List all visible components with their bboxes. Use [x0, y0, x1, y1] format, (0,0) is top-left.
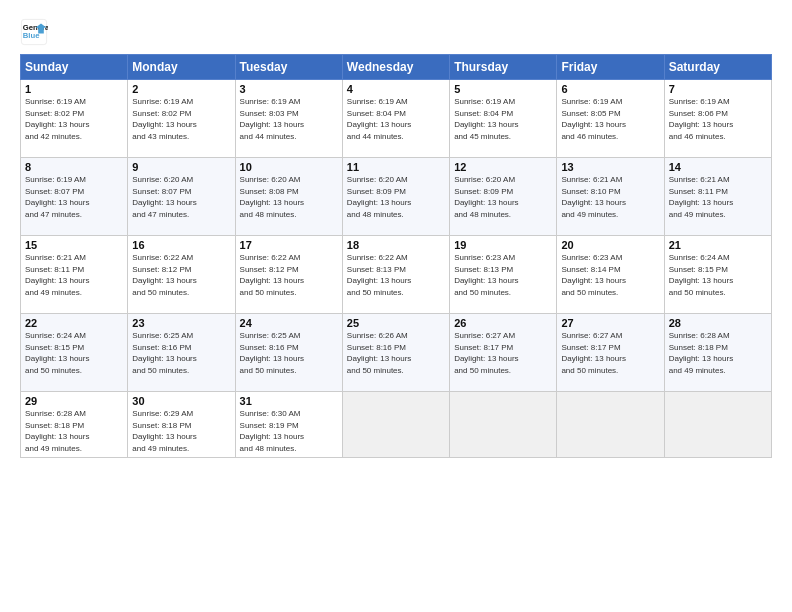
page: General Blue General Blue Sunday Monday …: [0, 0, 792, 612]
table-row: 14Sunrise: 6:21 AMSunset: 8:11 PMDayligh…: [664, 158, 771, 236]
table-row: 27Sunrise: 6:27 AMSunset: 8:17 PMDayligh…: [557, 314, 664, 392]
day-info: Sunrise: 6:22 AMSunset: 8:12 PMDaylight:…: [132, 252, 230, 298]
day-info: Sunrise: 6:21 AMSunset: 8:11 PMDaylight:…: [25, 252, 123, 298]
table-row: [664, 392, 771, 458]
day-info: Sunrise: 6:19 AMSunset: 8:07 PMDaylight:…: [25, 174, 123, 220]
day-info: Sunrise: 6:21 AMSunset: 8:10 PMDaylight:…: [561, 174, 659, 220]
table-row: 10Sunrise: 6:20 AMSunset: 8:08 PMDayligh…: [235, 158, 342, 236]
calendar: Sunday Monday Tuesday Wednesday Thursday…: [20, 54, 772, 458]
day-number: 8: [25, 161, 123, 173]
day-number: 29: [25, 395, 123, 407]
day-info: Sunrise: 6:20 AMSunset: 8:09 PMDaylight:…: [454, 174, 552, 220]
table-row: 30Sunrise: 6:29 AMSunset: 8:18 PMDayligh…: [128, 392, 235, 458]
table-row: 9Sunrise: 6:20 AMSunset: 8:07 PMDaylight…: [128, 158, 235, 236]
day-info: Sunrise: 6:24 AMSunset: 8:15 PMDaylight:…: [25, 330, 123, 376]
col-sunday: Sunday: [21, 55, 128, 80]
day-info: Sunrise: 6:22 AMSunset: 8:12 PMDaylight:…: [240, 252, 338, 298]
table-row: 3Sunrise: 6:19 AMSunset: 8:03 PMDaylight…: [235, 80, 342, 158]
day-info: Sunrise: 6:27 AMSunset: 8:17 PMDaylight:…: [454, 330, 552, 376]
table-row: [450, 392, 557, 458]
table-row: 18Sunrise: 6:22 AMSunset: 8:13 PMDayligh…: [342, 236, 449, 314]
table-row: 24Sunrise: 6:25 AMSunset: 8:16 PMDayligh…: [235, 314, 342, 392]
day-number: 26: [454, 317, 552, 329]
table-row: 2Sunrise: 6:19 AMSunset: 8:02 PMDaylight…: [128, 80, 235, 158]
col-thursday: Thursday: [450, 55, 557, 80]
day-number: 20: [561, 239, 659, 251]
day-number: 25: [347, 317, 445, 329]
table-row: 23Sunrise: 6:25 AMSunset: 8:16 PMDayligh…: [128, 314, 235, 392]
table-row: [342, 392, 449, 458]
day-info: Sunrise: 6:19 AMSunset: 8:06 PMDaylight:…: [669, 96, 767, 142]
day-number: 9: [132, 161, 230, 173]
day-info: Sunrise: 6:21 AMSunset: 8:11 PMDaylight:…: [669, 174, 767, 220]
day-number: 2: [132, 83, 230, 95]
day-info: Sunrise: 6:19 AMSunset: 8:02 PMDaylight:…: [25, 96, 123, 142]
table-row: 19Sunrise: 6:23 AMSunset: 8:13 PMDayligh…: [450, 236, 557, 314]
day-info: Sunrise: 6:25 AMSunset: 8:16 PMDaylight:…: [132, 330, 230, 376]
table-row: 15Sunrise: 6:21 AMSunset: 8:11 PMDayligh…: [21, 236, 128, 314]
table-row: 20Sunrise: 6:23 AMSunset: 8:14 PMDayligh…: [557, 236, 664, 314]
day-number: 16: [132, 239, 230, 251]
day-info: Sunrise: 6:28 AMSunset: 8:18 PMDaylight:…: [669, 330, 767, 376]
logo: General Blue General Blue: [20, 18, 48, 46]
day-number: 6: [561, 83, 659, 95]
day-info: Sunrise: 6:19 AMSunset: 8:04 PMDaylight:…: [454, 96, 552, 142]
day-number: 21: [669, 239, 767, 251]
day-number: 1: [25, 83, 123, 95]
day-info: Sunrise: 6:19 AMSunset: 8:05 PMDaylight:…: [561, 96, 659, 142]
table-row: 12Sunrise: 6:20 AMSunset: 8:09 PMDayligh…: [450, 158, 557, 236]
day-number: 7: [669, 83, 767, 95]
day-number: 19: [454, 239, 552, 251]
day-number: 30: [132, 395, 230, 407]
table-row: 29Sunrise: 6:28 AMSunset: 8:18 PMDayligh…: [21, 392, 128, 458]
day-info: Sunrise: 6:19 AMSunset: 8:04 PMDaylight:…: [347, 96, 445, 142]
day-number: 27: [561, 317, 659, 329]
day-number: 11: [347, 161, 445, 173]
table-row: 5Sunrise: 6:19 AMSunset: 8:04 PMDaylight…: [450, 80, 557, 158]
day-info: Sunrise: 6:28 AMSunset: 8:18 PMDaylight:…: [25, 408, 123, 454]
day-number: 24: [240, 317, 338, 329]
table-row: [557, 392, 664, 458]
logo-icon: General Blue: [20, 18, 48, 46]
day-info: Sunrise: 6:29 AMSunset: 8:18 PMDaylight:…: [132, 408, 230, 454]
day-number: 5: [454, 83, 552, 95]
day-number: 17: [240, 239, 338, 251]
day-info: Sunrise: 6:22 AMSunset: 8:13 PMDaylight:…: [347, 252, 445, 298]
day-number: 12: [454, 161, 552, 173]
header: General Blue General Blue: [20, 18, 772, 46]
day-number: 3: [240, 83, 338, 95]
table-row: 31Sunrise: 6:30 AMSunset: 8:19 PMDayligh…: [235, 392, 342, 458]
table-row: 8Sunrise: 6:19 AMSunset: 8:07 PMDaylight…: [21, 158, 128, 236]
day-number: 10: [240, 161, 338, 173]
day-number: 31: [240, 395, 338, 407]
day-number: 23: [132, 317, 230, 329]
col-saturday: Saturday: [664, 55, 771, 80]
day-number: 22: [25, 317, 123, 329]
day-number: 13: [561, 161, 659, 173]
table-row: 16Sunrise: 6:22 AMSunset: 8:12 PMDayligh…: [128, 236, 235, 314]
day-number: 14: [669, 161, 767, 173]
day-info: Sunrise: 6:19 AMSunset: 8:03 PMDaylight:…: [240, 96, 338, 142]
day-number: 4: [347, 83, 445, 95]
table-row: 6Sunrise: 6:19 AMSunset: 8:05 PMDaylight…: [557, 80, 664, 158]
calendar-header-row: Sunday Monday Tuesday Wednesday Thursday…: [21, 55, 772, 80]
day-number: 15: [25, 239, 123, 251]
table-row: 4Sunrise: 6:19 AMSunset: 8:04 PMDaylight…: [342, 80, 449, 158]
day-info: Sunrise: 6:20 AMSunset: 8:09 PMDaylight:…: [347, 174, 445, 220]
table-row: 1Sunrise: 6:19 AMSunset: 8:02 PMDaylight…: [21, 80, 128, 158]
table-row: 28Sunrise: 6:28 AMSunset: 8:18 PMDayligh…: [664, 314, 771, 392]
table-row: 25Sunrise: 6:26 AMSunset: 8:16 PMDayligh…: [342, 314, 449, 392]
day-info: Sunrise: 6:24 AMSunset: 8:15 PMDaylight:…: [669, 252, 767, 298]
col-friday: Friday: [557, 55, 664, 80]
table-row: 21Sunrise: 6:24 AMSunset: 8:15 PMDayligh…: [664, 236, 771, 314]
table-row: 26Sunrise: 6:27 AMSunset: 8:17 PMDayligh…: [450, 314, 557, 392]
day-info: Sunrise: 6:30 AMSunset: 8:19 PMDaylight:…: [240, 408, 338, 454]
col-monday: Monday: [128, 55, 235, 80]
day-info: Sunrise: 6:19 AMSunset: 8:02 PMDaylight:…: [132, 96, 230, 142]
table-row: 22Sunrise: 6:24 AMSunset: 8:15 PMDayligh…: [21, 314, 128, 392]
table-row: 17Sunrise: 6:22 AMSunset: 8:12 PMDayligh…: [235, 236, 342, 314]
col-tuesday: Tuesday: [235, 55, 342, 80]
day-number: 18: [347, 239, 445, 251]
day-number: 28: [669, 317, 767, 329]
table-row: 7Sunrise: 6:19 AMSunset: 8:06 PMDaylight…: [664, 80, 771, 158]
